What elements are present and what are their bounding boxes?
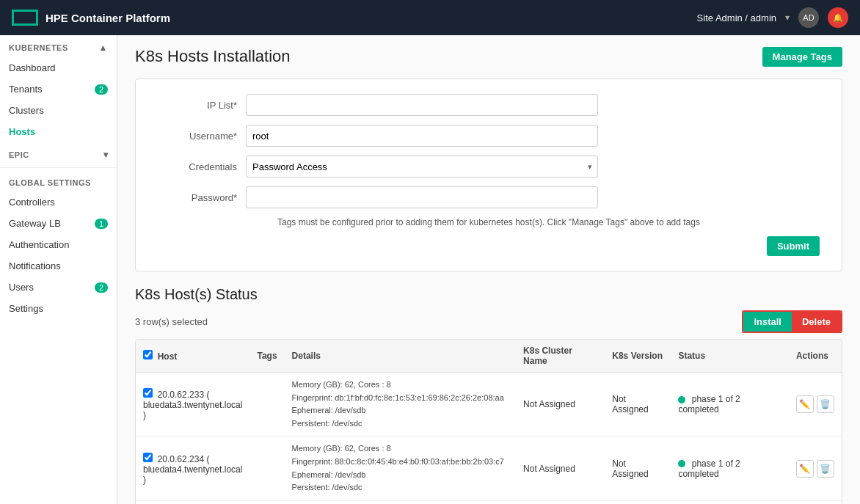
action-icons-1: ✏️ 🗑️: [796, 460, 834, 478]
row-checkbox-cell-0: 20.0.62.233 ( bluedata3.twentynet.local …: [136, 373, 249, 437]
table-header-row: Host Tags Details K8s Cluster Name K8s V…: [136, 340, 842, 373]
user-area: Site Admin / admin ▾ AD 🔔: [697, 7, 848, 28]
table-row: 20.0.62.232 ( bluedata2.twentynet.local …: [136, 500, 842, 504]
gateway-lb-badge: 1: [95, 219, 108, 229]
brand-area: HPE Container Platform: [12, 10, 170, 26]
k8s-version-cell-0: Not Assigned: [605, 373, 671, 437]
sidebar-item-authentication[interactable]: Authentication: [0, 234, 117, 255]
install-delete-wrap: Install Delete: [742, 310, 842, 333]
details-cell-0: Memory (GB): 62, Cores : 8Fingerprint: d…: [285, 373, 517, 437]
tags-cell-1: [249, 437, 284, 500]
select-all-checkbox[interactable]: [143, 350, 153, 359]
username-label: Username*: [158, 131, 246, 142]
delete-row-button-1[interactable]: 🗑️: [817, 460, 834, 478]
status-cell-0: phase 1 of 2 completed: [671, 373, 789, 437]
password-row: Password*: [158, 186, 820, 208]
k8s-version-cell-1: Not Assigned: [605, 437, 671, 500]
credentials-label: Credentials: [158, 161, 246, 172]
hpe-logo: [12, 10, 38, 26]
ip-list-row: IP List*: [158, 94, 820, 116]
table-row: 20.0.62.233 ( bluedata3.twentynet.local …: [136, 373, 842, 437]
edit-button-1[interactable]: ✏️: [796, 460, 814, 478]
password-input[interactable]: [246, 186, 598, 208]
main-content: K8s Hosts Installation Manage Tags IP Li…: [117, 35, 860, 504]
status-column-header: Status: [671, 340, 789, 373]
status-text-1: phase 1 of 2 completed: [678, 459, 740, 479]
username-input[interactable]: [246, 125, 598, 147]
row-checkbox-cell-2: 20.0.62.232 ( bluedata2.twentynet.local …: [136, 500, 249, 504]
sidebar-item-gateway-lb[interactable]: Gateway LB 1: [0, 213, 117, 234]
actions-column-header: Actions: [789, 340, 842, 373]
status-dot-0: [678, 396, 685, 403]
tags-cell-2: [249, 500, 284, 504]
edit-button-0[interactable]: ✏️: [796, 395, 814, 413]
credentials-select[interactable]: Password Access SSH Key: [246, 156, 598, 178]
sidebar-item-dashboard[interactable]: Dashboard: [0, 57, 117, 78]
sidebar-item-clusters[interactable]: Clusters: [0, 100, 117, 121]
delete-button[interactable]: Delete: [792, 312, 841, 332]
sidebar-item-controllers[interactable]: Controllers: [0, 191, 117, 213]
manage-tags-button[interactable]: Manage Tags: [762, 47, 842, 67]
page-header: K8s Hosts Installation Manage Tags: [135, 47, 842, 67]
row-checkbox-cell-1: 20.0.62.234 ( bluedata4.twentynet.local …: [136, 437, 249, 500]
table-actions: Install Delete: [742, 310, 842, 333]
hosts-table-card: Host Tags Details K8s Cluster Name K8s V…: [135, 339, 842, 504]
sidebar: KUBERNETES ▲ Dashboard Tenants 2 Cluster…: [0, 35, 117, 504]
form-submit-row: Submit: [158, 236, 820, 256]
kubernetes-chevron-icon[interactable]: ▲: [99, 43, 108, 53]
epic-chevron-icon[interactable]: ▾: [103, 150, 109, 160]
row-checkbox-1[interactable]: [143, 453, 153, 462]
cluster-name-cell-1: Not Assigned: [516, 437, 605, 500]
select-all-header: Host: [136, 340, 249, 373]
tenants-badge: 2: [95, 84, 108, 95]
username-row: Username*: [158, 125, 820, 147]
installation-form-card: IP List* Username* Credentials Password …: [135, 78, 842, 271]
row-checkbox-0[interactable]: [143, 388, 153, 398]
sidebar-item-users[interactable]: Users 2: [0, 277, 117, 298]
cluster-name-column-header: K8s Cluster Name: [516, 340, 605, 373]
notifications-icon[interactable]: 🔔: [828, 7, 848, 28]
tags-cell-0: [249, 373, 284, 437]
details-cell-1: Memory (GB): 62, Cores : 8Fingerprint: 8…: [285, 437, 517, 500]
status-text-0: phase 1 of 2 completed: [678, 394, 740, 414]
kubernetes-section-header: KUBERNETES ▲: [0, 35, 117, 57]
avatar[interactable]: AD: [798, 7, 819, 28]
ip-list-input[interactable]: [246, 94, 598, 116]
ip-list-label: IP List*: [158, 100, 246, 111]
status-dot-1: [678, 460, 685, 467]
brand-name: HPE Container Platform: [45, 12, 170, 24]
actions-cell-1: ✏️ 🗑️: [789, 437, 842, 500]
table-row: 20.0.62.234 ( bluedata4.twentynet.local …: [136, 437, 842, 500]
host-name-1: 20.0.62.234 ( bluedata4.twentynet.local …: [143, 454, 242, 485]
host-column-header: Host: [158, 351, 178, 362]
tags-column-header: Tags: [249, 340, 284, 373]
global-settings-section-header: GLOBAL SETTINGS: [0, 171, 117, 191]
sidebar-item-tenants[interactable]: Tenants 2: [0, 78, 117, 100]
user-info-label: Site Admin / admin: [697, 12, 776, 23]
sidebar-item-notifications[interactable]: Notifications: [0, 255, 117, 277]
cluster-name-cell-0: Not Assigned: [516, 373, 605, 437]
user-chevron-icon[interactable]: ▾: [785, 12, 790, 23]
sidebar-item-settings[interactable]: Settings: [0, 298, 117, 319]
status-cell-2: phase 1 of 2 completed: [671, 500, 789, 504]
actions-cell-2: ✏️ 🗑️: [789, 500, 842, 504]
credentials-row: Credentials Password Access SSH Key ▾: [158, 156, 820, 178]
host-name-0: 20.0.62.233 ( bluedata3.twentynet.local …: [143, 390, 242, 420]
tags-note: Tags must be configured prior to adding …: [158, 217, 820, 227]
sidebar-item-hosts[interactable]: Hosts: [0, 121, 117, 142]
details-column-header: Details: [285, 340, 517, 373]
install-button[interactable]: Install: [743, 312, 792, 332]
top-navigation: HPE Container Platform Site Admin / admi…: [0, 0, 860, 35]
actions-cell-0: ✏️ 🗑️: [789, 373, 842, 437]
k8s-version-column-header: K8s Version: [605, 340, 671, 373]
status-cell-1: phase 1 of 2 completed: [671, 437, 789, 500]
submit-button[interactable]: Submit: [767, 236, 820, 256]
delete-row-button-0[interactable]: 🗑️: [817, 395, 834, 413]
epic-section-header: EPIC ▾: [0, 142, 117, 164]
action-icons-0: ✏️ 🗑️: [796, 395, 834, 413]
hosts-table: Host Tags Details K8s Cluster Name K8s V…: [136, 340, 842, 504]
page-title: K8s Hosts Installation: [135, 47, 291, 66]
table-toolbar: 3 row(s) selected Install Delete: [135, 310, 842, 333]
password-label: Password*: [158, 192, 246, 203]
rows-selected-label: 3 row(s) selected: [135, 316, 208, 327]
